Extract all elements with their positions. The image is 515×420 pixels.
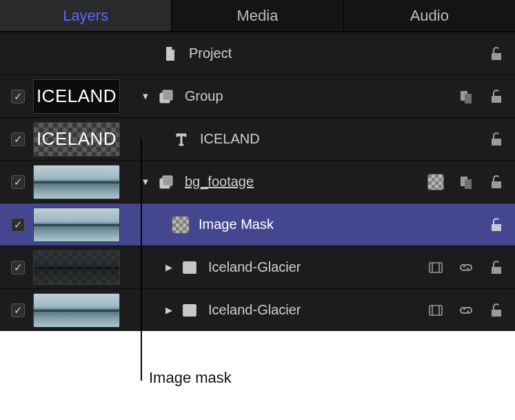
row-image-mask[interactable]: ✓ Image Mask	[0, 203, 515, 246]
checker-icon[interactable]	[425, 173, 446, 191]
project-icon	[161, 45, 179, 63]
tab-audio[interactable]: Audio	[344, 0, 515, 31]
film-icon	[181, 301, 199, 319]
disclosure-closed-icon[interactable]: ▶	[161, 260, 176, 275]
lock-open-icon[interactable]	[486, 130, 507, 148]
svg-rect-5	[163, 176, 172, 186]
film-icon	[181, 259, 199, 277]
svg-rect-1	[163, 90, 172, 100]
enable-checkbox[interactable]: ✓	[11, 303, 25, 317]
mask-icon	[172, 217, 189, 233]
svg-rect-11	[430, 306, 442, 315]
row-project[interactable]: Project	[0, 32, 515, 74]
film-badge-icon[interactable]	[425, 301, 446, 319]
disclosure-open-icon[interactable]: ▼	[138, 89, 153, 104]
blend-mode-icon[interactable]	[456, 88, 476, 106]
thumbnail	[33, 293, 120, 328]
row-group[interactable]: ✓ ICELAND ▼ Group	[0, 74, 515, 117]
tab-layers[interactable]: Layers	[0, 0, 172, 31]
film-badge-icon[interactable]	[425, 259, 446, 277]
enable-checkbox[interactable]: ✓	[11, 132, 25, 146]
lock-open-icon[interactable]	[486, 301, 507, 319]
panel-tabs: Layers Media Audio	[0, 0, 515, 32]
lock-open-icon[interactable]	[486, 88, 507, 106]
row-label: ICELAND	[200, 131, 260, 147]
thumbnail: ICELAND	[33, 79, 120, 114]
svg-rect-9	[430, 263, 442, 272]
thumbnail	[33, 165, 120, 199]
link-icon[interactable]	[456, 259, 476, 277]
row-bg-footage[interactable]: ✓ ▼ bg_footage	[0, 160, 515, 203]
enable-checkbox[interactable]: ✓	[11, 261, 25, 274]
blend-mode-icon[interactable]	[456, 173, 476, 191]
row-label: Image Mask	[199, 217, 274, 232]
svg-rect-10	[183, 305, 196, 316]
callout-annotation: Image mask	[0, 331, 515, 397]
lock-open-icon[interactable]	[486, 216, 507, 234]
row-iceland-text[interactable]: ✓ ICELAND ICELAND	[0, 117, 515, 160]
row-label: Iceland-Glacier	[208, 259, 301, 275]
link-icon[interactable]	[456, 301, 476, 319]
enable-checkbox[interactable]: ✓	[11, 90, 25, 103]
row-label: Iceland-Glacier	[208, 302, 301, 318]
lock-open-icon[interactable]	[486, 45, 507, 63]
thumb-text: ICELAND	[37, 86, 117, 107]
callout-line	[141, 138, 142, 381]
thumb-text: ICELAND	[37, 128, 117, 150]
group-icon	[157, 88, 175, 106]
row-label: Group	[185, 88, 223, 104]
row-clip-a[interactable]: ✓ ▶ Iceland-Glacier	[0, 246, 515, 288]
thumbnail: ICELAND	[33, 122, 120, 157]
row-clip-b[interactable]: ✓ ▶ Iceland-Glacier	[0, 288, 515, 331]
text-icon	[172, 130, 190, 148]
thumbnail	[33, 208, 120, 242]
row-label: Project	[189, 46, 232, 61]
enable-checkbox[interactable]: ✓	[11, 218, 25, 232]
lock-open-icon[interactable]	[486, 173, 507, 191]
svg-rect-3	[465, 94, 472, 103]
svg-rect-7	[465, 179, 472, 189]
svg-rect-8	[183, 262, 196, 273]
thumbnail	[33, 250, 120, 285]
lock-open-icon[interactable]	[486, 259, 507, 277]
callout-label: Image mask	[149, 369, 232, 387]
group-icon	[157, 173, 175, 191]
layers-panel: Layers Media Audio Project ✓ ICELAND ▼ G…	[0, 0, 515, 331]
tab-media[interactable]: Media	[172, 0, 343, 31]
disclosure-closed-icon[interactable]: ▶	[161, 303, 176, 318]
row-label: bg_footage	[185, 174, 254, 190]
row-right-controls	[425, 45, 509, 63]
enable-checkbox[interactable]: ✓	[11, 175, 25, 189]
